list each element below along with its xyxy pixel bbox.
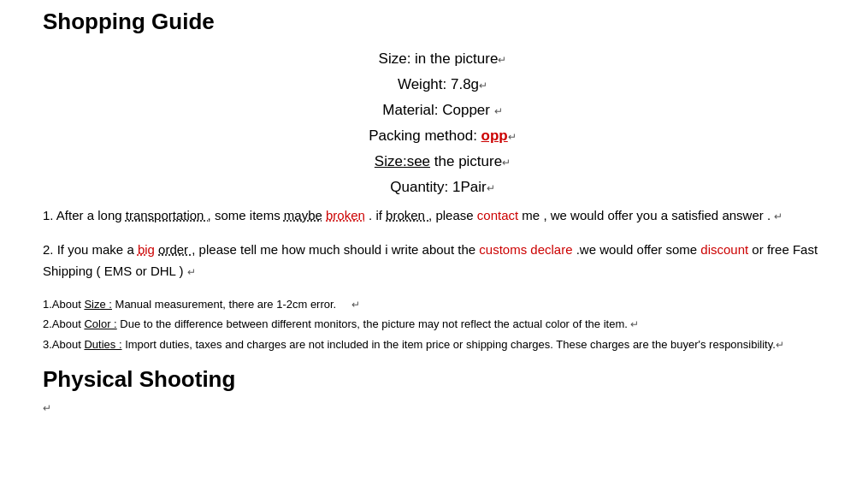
note-color: 2.About Color : Due to the difference be… xyxy=(43,314,842,335)
spec-packing: Packing method: opp↵ xyxy=(43,127,842,145)
notes-section: 1.About Size : Manual measurement, there… xyxy=(43,294,842,355)
paragraph-1: 1. After a long transportation , some it… xyxy=(43,205,842,227)
note-size: 1.About Size : Manual measurement, there… xyxy=(43,294,842,315)
spec-size: Size: in the picture↵ xyxy=(43,50,842,68)
page-title: Shopping Guide xyxy=(43,9,842,35)
note-duties: 3.About Duties : Import duties, taxes an… xyxy=(43,335,842,355)
physical-shooting-return: ↵ xyxy=(43,400,842,414)
spec-quantity: Quantity: 1Pair↵ xyxy=(43,179,842,196)
spec-material: Material: Copper ↵ xyxy=(43,102,842,119)
spec-size-see: Size:see the picture↵ xyxy=(43,153,842,170)
spec-weight: Weight: 7.8g↵ xyxy=(43,76,842,93)
paragraph-2: 2. If you make a big order , please tell… xyxy=(43,239,842,282)
physical-shooting-title: Physical Shooting xyxy=(43,366,842,393)
